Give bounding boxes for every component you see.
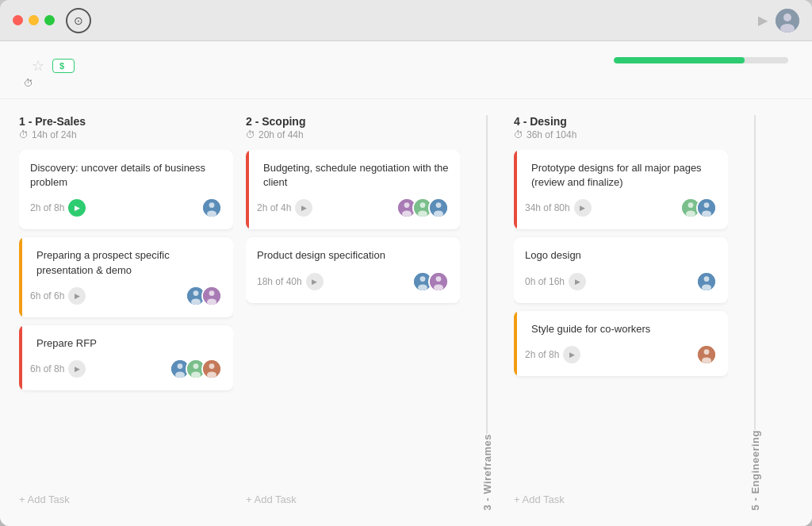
clock-icon: ⏱ [246, 129, 255, 140]
minimize-button[interactable] [29, 15, 39, 25]
svg-point-34 [436, 276, 442, 282]
card-footer: 2h of 8h ▶ [30, 198, 222, 218]
app-window: ⊙ ▶ ☆ $ [0, 0, 812, 526]
column-hours: ⏱ 20h of 44h [246, 129, 460, 140]
card-footer: 6h of 8h ▶ [30, 359, 222, 379]
column-header: 4 - Desing ⏱ 36h of 104h [514, 115, 728, 140]
assignee-avatars [696, 271, 717, 292]
card-accent [514, 311, 517, 376]
card-time: 2h of 8h ▶ [525, 346, 580, 363]
svg-point-23 [402, 211, 412, 217]
task-card[interactable]: Prepare RFP 6h of 8h ▶ [19, 325, 233, 390]
add-task-button[interactable]: + Add Task [514, 489, 728, 510]
task-card[interactable]: Budgeting, schedule negotiation with the… [246, 150, 460, 229]
svg-point-46 [704, 349, 710, 355]
main-content: ☆ $ ⏱ 1 - Pre-Sales [0, 41, 812, 526]
forward-icon[interactable]: ▶ [758, 13, 768, 28]
card-footer: 6h of 6h ▶ [30, 286, 222, 306]
column-col1: 1 - Pre-Sales ⏱ 14h of 24h Discovery: un… [19, 115, 233, 510]
clock-icon: ⏱ [514, 129, 523, 140]
timer-button[interactable]: ▶ [306, 273, 324, 290]
close-button[interactable] [13, 15, 23, 25]
svg-point-14 [175, 371, 185, 378]
card-time: 6h of 6h ▶ [30, 287, 86, 305]
avatar [201, 198, 222, 218]
card-footer: 34h of 80h ▶ [525, 198, 717, 218]
time-text: 6h of 6h [30, 290, 64, 301]
svg-point-35 [434, 284, 443, 290]
add-task-button[interactable]: + Add Task [246, 489, 460, 510]
timer-button[interactable]: ▶ [563, 346, 580, 363]
column-vertical-col5: 5 - Engineering [741, 115, 769, 510]
maximize-button[interactable] [44, 15, 55, 25]
timer-button[interactable]: ▶ [574, 199, 592, 217]
svg-point-20 [207, 371, 216, 378]
svg-point-19 [209, 363, 215, 369]
avatar [428, 271, 449, 292]
traffic-lights [13, 15, 55, 25]
vertical-divider [486, 115, 488, 434]
card-time: 0h of 16h ▶ [525, 273, 586, 290]
card-title: Product design specification [257, 248, 449, 263]
assignee-avatars [696, 344, 717, 365]
task-card[interactable]: Style guide for co-workers 2h of 8h ▶ [514, 311, 728, 376]
card-footer: 0h of 16h ▶ [525, 271, 717, 292]
card-footer: 2h of 8h ▶ [525, 344, 717, 365]
star-icon[interactable]: ☆ [32, 57, 44, 75]
task-card[interactable]: Logo design 0h of 16h ▶ [514, 237, 728, 302]
column-col4: 4 - Desing ⏱ 36h of 104h Prototype desig… [514, 115, 728, 510]
svg-point-44 [702, 284, 711, 290]
svg-point-5 [207, 211, 216, 217]
timer-button[interactable]: ▶ [295, 199, 312, 217]
task-card[interactable]: Discovery: uncover details of business p… [19, 150, 233, 229]
timer-button[interactable]: ▶ [569, 273, 586, 290]
app-logo-icon: ⊙ [66, 8, 91, 33]
svg-point-43 [704, 276, 710, 282]
budget-section [614, 57, 788, 67]
billable-badge: $ [52, 59, 75, 73]
project-info: ☆ $ ⏱ [24, 57, 75, 89]
card-accent [514, 150, 517, 229]
svg-point-29 [434, 211, 443, 217]
titlebar: ⊙ ▶ [0, 0, 812, 41]
time-text: 2h of 4h [257, 202, 291, 213]
card-title: Prototype designs for all major pages (r… [525, 161, 717, 190]
clock-icon: ⏱ [24, 78, 33, 89]
card-title: Discovery: uncover details of business p… [30, 161, 222, 190]
task-card[interactable]: Preparing a prospect specific presentati… [19, 237, 233, 317]
column-title: 4 - Desing [514, 115, 728, 128]
project-hours: ⏱ [24, 78, 75, 89]
card-title: Logo design [525, 248, 717, 263]
assignee-avatars [170, 359, 222, 379]
card-time: 18h of 40h ▶ [257, 273, 324, 290]
svg-point-32 [418, 284, 427, 290]
task-card[interactable]: Prototype designs for all major pages (r… [514, 150, 728, 229]
time-text: 6h of 8h [30, 363, 64, 374]
card-accent [19, 237, 22, 317]
task-card[interactable]: Product design specification 18h of 40h … [246, 237, 460, 302]
card-title: Prepare RFP [30, 336, 222, 351]
assignee-avatars [412, 271, 449, 292]
timer-button[interactable]: ▶ [68, 287, 86, 305]
column-title: 2 - Scoping [246, 115, 460, 128]
avatar [696, 344, 717, 365]
svg-point-38 [686, 211, 695, 217]
dollar-icon: $ [59, 61, 64, 71]
card-title: Budgeting, schedule negotiation with the… [257, 161, 449, 190]
add-task-button[interactable]: + Add Task [19, 489, 233, 510]
svg-point-41 [702, 211, 711, 217]
svg-point-26 [418, 211, 427, 217]
clock-icon: ⏱ [19, 129, 29, 140]
cards-list: Discovery: uncover details of business p… [19, 150, 233, 481]
timer-button[interactable]: ▶ [68, 360, 86, 378]
project-title-row: ☆ $ [24, 57, 75, 75]
play-button[interactable]: ▶ [68, 199, 86, 217]
assignee-avatars [680, 198, 717, 218]
card-time: 34h of 80h ▶ [525, 199, 592, 217]
avatar [201, 359, 222, 379]
svg-point-8 [191, 298, 201, 305]
column-vertical-title: 3 - Wireframes [481, 434, 493, 510]
user-avatar[interactable] [776, 9, 799, 33]
svg-point-4 [209, 203, 215, 209]
avatar [696, 271, 717, 292]
